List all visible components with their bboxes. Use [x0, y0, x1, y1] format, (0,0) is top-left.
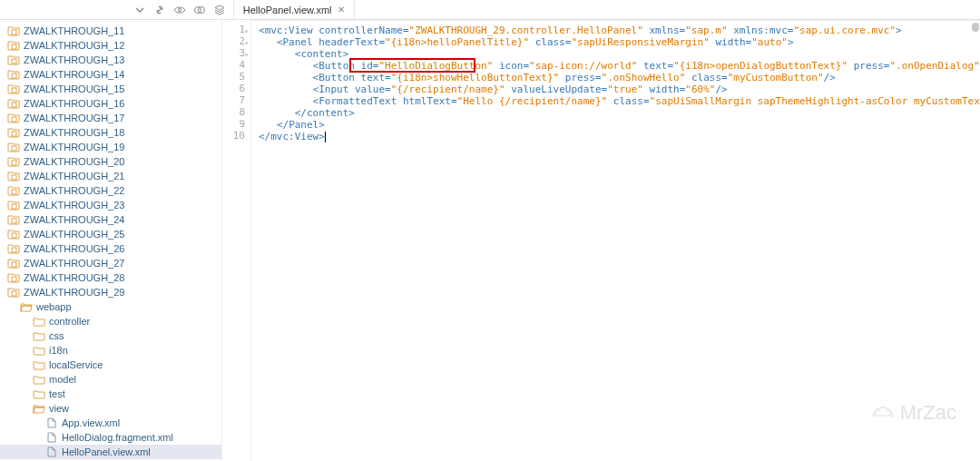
- pkg-icon: [7, 184, 20, 197]
- tree-item-label: HelloDialog.fragment.xml: [62, 432, 173, 443]
- tab-hellopanel[interactable]: HelloPanel.view.xml ✕: [234, 0, 355, 19]
- tree-item[interactable]: ZWALKTHROUGH_29: [0, 285, 221, 299]
- tree-item-label: ZWALKTHROUGH_27: [24, 258, 124, 269]
- code-line[interactable]: </content>: [259, 107, 980, 119]
- tree-item[interactable]: test: [0, 387, 221, 401]
- tree-item-label: ZWALKTHROUGH_25: [24, 229, 124, 240]
- folder-icon: [33, 358, 45, 371]
- svg-rect-17: [12, 233, 16, 238]
- pkg-icon: [7, 54, 20, 66]
- code-line[interactable]: <Panel headerText="{i18n>helloPanelTitle…: [259, 36, 980, 48]
- tree-item[interactable]: css: [0, 329, 221, 343]
- code-line[interactable]: <Button text="{i18n>showHelloButtonText}…: [259, 72, 980, 83]
- tree-item[interactable]: ZWALKTHROUGH_12: [0, 38, 221, 53]
- tree-item[interactable]: view: [0, 401, 221, 416]
- pkg-open-icon: [7, 286, 20, 299]
- close-icon[interactable]: ✕: [338, 5, 345, 15]
- svg-rect-11: [12, 146, 16, 151]
- tree-item[interactable]: ZWALKTHROUGH_18: [0, 125, 221, 140]
- code-line[interactable]: </Panel>: [259, 119, 980, 131]
- tree-item[interactable]: ZWALKTHROUGH_23: [0, 198, 221, 212]
- tree-item-label: ZWALKTHROUGH_26: [24, 243, 124, 254]
- tree-item-label: ZWALKTHROUGH_13: [24, 54, 124, 65]
- tree-item-label: HelloPanel.view.xml: [62, 446, 151, 457]
- tree-item[interactable]: ZWALKTHROUGH_20: [0, 154, 221, 169]
- tree-item[interactable]: ZWALKTHROUGH_28: [0, 270, 221, 285]
- pkg-icon: [7, 257, 20, 270]
- svg-rect-8: [12, 103, 16, 107]
- pkg-icon: [7, 242, 20, 255]
- svg-point-0: [178, 8, 181, 11]
- code-line[interactable]: <Input value="{/recipient/name}" valueLi…: [259, 83, 980, 95]
- svg-rect-10: [12, 132, 16, 136]
- caret-down-icon[interactable]: [132, 2, 148, 18]
- svg-rect-19: [12, 262, 16, 267]
- folder-icon: [33, 315, 45, 328]
- svg-rect-13: [12, 175, 16, 180]
- code-editor[interactable]: 1▾2▾3▾45678910 <mvc:View controllerName=…: [222, 20, 980, 461]
- tree-item[interactable]: ZWALKTHROUGH_21: [0, 169, 221, 183]
- tree-item[interactable]: ZWALKTHROUGH_19: [0, 140, 221, 154]
- code-line[interactable]: </mvc:View>: [259, 131, 980, 142]
- tree-item-label: ZWALKTHROUGH_16: [24, 98, 124, 109]
- code-line[interactable]: <Button id="HelloDialogButton" icon="sap…: [259, 60, 980, 72]
- link-icon[interactable]: [152, 2, 168, 18]
- tree-item-label: i18n: [49, 345, 68, 356]
- layers-icon[interactable]: [211, 2, 228, 18]
- folder-icon: [33, 373, 45, 386]
- tree-item[interactable]: ZWALKTHROUGH_22: [0, 183, 221, 198]
- folder-icon: [33, 387, 45, 400]
- project-tree[interactable]: ZWALKTHROUGH_11ZWALKTHROUGH_12ZWALKTHROU…: [0, 20, 222, 461]
- pkg-icon: [7, 141, 20, 153]
- tree-item[interactable]: controller: [0, 314, 221, 329]
- svg-rect-16: [12, 219, 16, 223]
- scrollbar-thumb[interactable]: [972, 23, 979, 32]
- eye-icon[interactable]: [172, 2, 188, 18]
- folder-open-icon: [20, 300, 33, 313]
- tree-item[interactable]: App.view.xml: [0, 416, 221, 430]
- tree-item-label: css: [49, 330, 64, 341]
- pkg-icon: [7, 170, 20, 182]
- tree-item[interactable]: ZWALKTHROUGH_15: [0, 82, 221, 96]
- tree-item-label: webapp: [36, 301, 72, 312]
- svg-rect-3: [12, 30, 16, 34]
- code-line[interactable]: <mvc:View controllerName="ZWALKTHROUGH_2…: [259, 25, 980, 36]
- tree-item[interactable]: ZWALKTHROUGH_13: [0, 53, 221, 67]
- tree-item[interactable]: localService: [0, 358, 221, 372]
- tree-item[interactable]: ZWALKTHROUGH_26: [0, 241, 221, 256]
- editor-toolbar: HelloPanel.view.xml ✕: [0, 0, 980, 20]
- venn-icon[interactable]: [191, 2, 208, 18]
- code-line[interactable]: <content>: [259, 48, 980, 60]
- tree-item[interactable]: webapp: [0, 299, 221, 314]
- tree-item-label: ZWALKTHROUGH_14: [24, 69, 124, 80]
- pkg-icon: [7, 126, 20, 139]
- tree-item-label: ZWALKTHROUGH_15: [24, 83, 124, 94]
- tree-item[interactable]: ZWALKTHROUGH_25: [0, 227, 221, 241]
- svg-rect-6: [12, 74, 16, 78]
- tree-item[interactable]: HelloPanel.view.xml: [0, 445, 221, 459]
- tree-item-label: view: [49, 403, 69, 414]
- tree-item-label: ZWALKTHROUGH_17: [24, 113, 124, 123]
- svg-rect-12: [12, 161, 16, 165]
- editor-tabs: HelloPanel.view.xml ✕: [233, 0, 355, 19]
- tree-item[interactable]: i18n: [0, 343, 221, 358]
- tree-item[interactable]: ZWALKTHROUGH_27: [0, 256, 221, 270]
- tree-item[interactable]: HelloDialog.fragment.xml: [0, 430, 221, 445]
- tree-item[interactable]: model: [0, 372, 221, 387]
- tree-item[interactable]: ZWALKTHROUGH_17: [0, 111, 221, 125]
- pkg-icon: [7, 155, 20, 168]
- code-area[interactable]: <mvc:View controllerName="ZWALKTHROUGH_2…: [251, 20, 980, 461]
- file-icon: [45, 446, 58, 458]
- pkg-icon: [7, 39, 20, 52]
- tree-item[interactable]: ZWALKTHROUGH_11: [0, 24, 221, 38]
- tree-item[interactable]: ZWALKTHROUGH_16: [0, 96, 221, 111]
- text-cursor: [325, 132, 326, 142]
- tree-item-label: ZWALKTHROUGH_24: [24, 214, 124, 225]
- code-line[interactable]: <FormattedText htmlText="Hello {/recipie…: [259, 95, 980, 107]
- pkg-icon: [7, 199, 20, 211]
- tree-item-label: test: [49, 388, 65, 399]
- svg-rect-15: [12, 204, 16, 209]
- tree-item-label: ZWALKTHROUGH_28: [24, 272, 124, 283]
- tree-item[interactable]: ZWALKTHROUGH_14: [0, 67, 221, 82]
- tree-item[interactable]: ZWALKTHROUGH_24: [0, 212, 221, 227]
